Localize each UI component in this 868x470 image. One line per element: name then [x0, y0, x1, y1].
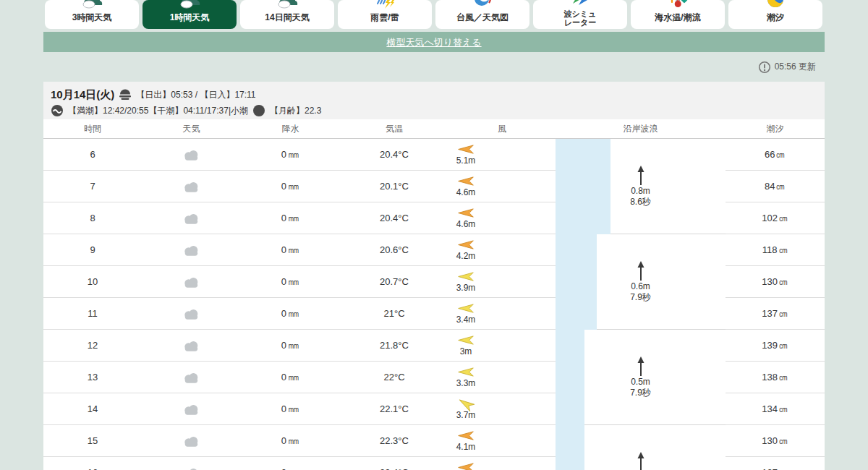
wind-cell [448, 457, 556, 470]
rain-lightning-icon [374, 0, 396, 10]
hour-cell: 8 [43, 202, 142, 234]
wave-direction-up-icon [636, 356, 646, 377]
precip-cell: 0mm [241, 330, 340, 362]
temp-cell: 20.6°C [340, 234, 448, 266]
precip-cell: 0mm [241, 266, 340, 298]
tide-cell: 127cm [726, 457, 825, 470]
hour-cell: 6 [43, 139, 142, 171]
cloudy-icon [182, 372, 200, 383]
temp-cell: 22.4°C [340, 457, 448, 470]
tab-label: 14日間天気 [265, 13, 309, 23]
precip-cell: 0mm [241, 393, 340, 425]
tide-cell: 66cm [726, 139, 825, 171]
tide-cell: 102cm [726, 202, 825, 234]
weather-cell [142, 266, 241, 298]
tab-label: 雨雲/雷 [370, 13, 399, 23]
coastal-wave-group [556, 425, 726, 470]
hour-cell: 7 [43, 171, 142, 202]
tab-raincloud-lightning[interactable]: 雨雲/雷 [338, 0, 432, 29]
wind-direction-icon [456, 271, 475, 282]
tide-cell: 138cm [726, 362, 825, 393]
wind-direction-icon [456, 239, 475, 250]
column-header-coastal-wave: 沿岸波浪 [556, 119, 726, 138]
tab-1hour-weather[interactable]: 1時間天気 [142, 0, 237, 29]
tab-wave-simulator[interactable]: 波シミュ レーター [533, 0, 627, 29]
tide-cell: 134cm [726, 393, 825, 425]
table-body: 6 0mm 20.4°C 5.1m 66cm 7 0mm 20.1°C 4.6m… [43, 139, 825, 470]
wind-cell: 4.6m [448, 202, 556, 234]
wind-cell: 3m [448, 330, 556, 362]
precip-cell: 0mm [241, 298, 340, 330]
weather-cell [142, 425, 241, 457]
precip-cell: 0mm [241, 362, 340, 393]
tide-icon [765, 0, 786, 10]
temp-cell: 20.4°C [340, 202, 448, 234]
wind-cell: 3.3m [448, 362, 556, 393]
column-header-weather: 天気 [142, 119, 241, 138]
sun-cloud-icon [179, 0, 200, 10]
tide-cell: 118cm [726, 234, 825, 266]
tab-typhoon-weathermap[interactable]: 台風／天気図 [435, 0, 529, 29]
hour-cell: 15 [43, 425, 142, 457]
tide-cell: 137cm [726, 298, 825, 330]
table-header-row: 時間 天気 降水 気温 風 沿岸波浪 潮汐 [43, 119, 825, 139]
cloudy-icon [182, 435, 200, 447]
precip-cell: 0mm [241, 171, 340, 202]
tide-cell: 139cm [726, 330, 825, 362]
wave-direction-up-icon [636, 166, 646, 186]
tide-cell: 84cm [726, 171, 825, 202]
weather-cell [142, 139, 241, 171]
cloudy-icon [182, 467, 200, 470]
cloudy-icon [182, 213, 200, 224]
temp-cell: 20.4°C [340, 139, 448, 171]
wind-cell: 3.9m [448, 266, 556, 298]
coastal-wave-group: 0.5m 7.9秒 [556, 330, 726, 425]
tab-14day-weather[interactable]: 14日間天気 [240, 0, 334, 29]
hour-cell: 10 [43, 266, 142, 298]
cloudy-icon [182, 181, 200, 192]
sunrise-sunset-text: 【日出】05:53 / 【日入】17:11 [136, 89, 255, 101]
column-header-time: 時間 [43, 119, 142, 138]
date-label: 10月14日(火) [51, 88, 114, 102]
tab-tide[interactable]: 潮汐 [728, 0, 822, 29]
coastal-wave-group: 0.8m 8.6秒 [556, 139, 726, 234]
moon-phase-icon [252, 104, 265, 117]
tide-cell: 130cm [726, 266, 825, 298]
column-header-wind: 風 [448, 119, 556, 138]
weather-cell [142, 298, 241, 330]
wave-direction-up-icon [636, 452, 646, 470]
wave-direction-up-icon [636, 261, 646, 281]
wave-height: 0.5m [631, 377, 650, 388]
tide-times-text: 【満潮】12:42/20:55【干潮】04:11/17:37|小潮 [68, 105, 248, 117]
tab-seatemp-current[interactable]: 海水温/潮流 [631, 0, 725, 29]
hour-cell: 9 [43, 234, 142, 266]
precip-cell: 0mm [241, 425, 340, 457]
page-content: 3時間天気 1時間天気 14日間天気 雨雲/雷 台風／天気図 波シミュ レーター… [43, 0, 825, 470]
temp-cell: 22.1°C [340, 393, 448, 425]
wind-cell: 3.4m [448, 298, 556, 330]
precip-cell: 0mm [241, 202, 340, 234]
switch-to-horizontal-link[interactable]: 横型天気へ切り替える [386, 37, 481, 48]
updated-time: 05:56 更新 [775, 61, 816, 73]
cloudy-icon [182, 308, 200, 320]
wind-cell: 5.1m [448, 139, 556, 171]
wave-period: 7.9秒 [630, 388, 651, 398]
wave-height: 0.6m [631, 281, 650, 292]
update-info-icon [758, 61, 771, 74]
tab-3hour-weather[interactable]: 3時間天気 [45, 0, 139, 29]
cloudy-icon [182, 276, 200, 288]
cloudy-icon [182, 403, 200, 415]
precip-cell: 0mm [241, 457, 340, 470]
weather-cell [142, 171, 241, 202]
temp-cell: 21.8°C [340, 330, 448, 362]
wave-period: 8.6秒 [630, 197, 651, 208]
hour-cell: 12 [43, 330, 142, 362]
wind-cell: 4.1m [448, 425, 556, 457]
wave-period: 7.9秒 [630, 292, 651, 303]
column-header-precip: 降水 [241, 119, 340, 138]
weather-cell [142, 457, 241, 470]
column-header-tide: 潮汐 [726, 119, 825, 138]
wind-direction-icon [456, 144, 475, 155]
tab-label: 1時間天気 [170, 13, 210, 23]
temp-cell: 21°C [340, 298, 448, 330]
